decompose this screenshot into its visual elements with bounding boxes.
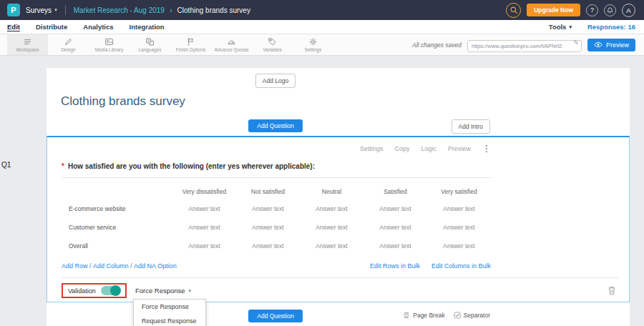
answer-text-cell[interactable]: Answer text xyxy=(300,237,364,255)
link-edit-columns-in-bulk[interactable]: Edit Columns in Bulk xyxy=(431,262,491,270)
tab-edit[interactable]: Edit xyxy=(7,23,20,31)
chevron-down-icon: ▾ xyxy=(54,7,57,13)
row-column-links: Add Row / Add Column / Add NA Option xyxy=(62,262,177,270)
toolbar-item-variables[interactable]: Variables xyxy=(252,34,293,55)
avatar[interactable]: A xyxy=(622,4,635,17)
media-library-icon xyxy=(104,37,114,46)
toolbar-item-finish-options[interactable]: Finish Options xyxy=(170,34,211,55)
matrix-row-label: Customer service xyxy=(62,218,172,237)
answer-text-cell[interactable]: Answer text xyxy=(236,237,300,255)
answer-text-cell[interactable]: Answer text xyxy=(236,218,300,237)
answer-text-cell[interactable]: Answer text xyxy=(172,218,236,237)
validation-toggle[interactable] xyxy=(101,286,120,295)
matrix-row-label: Overall xyxy=(62,237,172,255)
link-add-row[interactable]: Add Row xyxy=(62,262,88,270)
add-question-button-bottom[interactable]: Add Question xyxy=(248,310,303,322)
question-action-logic[interactable]: Logic xyxy=(421,145,436,152)
toolbar-item-label: Variables xyxy=(263,47,282,52)
page-break-icon xyxy=(403,312,410,319)
avatar-letter: A xyxy=(626,6,630,14)
link-edit-rows-in-bulk[interactable]: Edit Rows in Bulk xyxy=(370,262,420,270)
search-icon[interactable] xyxy=(506,3,521,18)
more-options-icon[interactable]: ⋮ xyxy=(482,144,491,153)
answer-text-cell[interactable]: Answer text xyxy=(364,218,427,237)
tab-integration[interactable]: Integration xyxy=(130,23,165,31)
survey-header: Add Logo Clothing brands survey Add Ques… xyxy=(47,68,630,136)
design-icon xyxy=(64,37,73,46)
tab-distribute[interactable]: Distribute xyxy=(36,23,67,31)
delete-question-icon[interactable] xyxy=(608,286,616,295)
matrix-row-label: E-commerce website xyxy=(62,199,172,218)
topbar-left: P Surveys ▾ Market Research - Aug 2019 ›… xyxy=(7,4,250,16)
eye-icon xyxy=(594,41,602,48)
toolbar-item-advance-quotas[interactable]: Advance Quotas xyxy=(211,34,252,55)
answer-text-cell[interactable]: Answer text xyxy=(364,199,427,218)
separator-option[interactable]: Separator xyxy=(454,312,490,319)
help-button[interactable]: ? xyxy=(586,4,598,16)
dropdown-option-request-response[interactable]: Request Response xyxy=(134,314,205,326)
responses-count[interactable]: Responses: 16 xyxy=(587,23,635,31)
answer-text-cell[interactable]: Answer text xyxy=(172,199,236,218)
upgrade-now-button[interactable]: Upgrade Now xyxy=(527,4,580,16)
variables-icon xyxy=(268,37,277,46)
tools-menu[interactable]: Tools ▾ xyxy=(549,23,572,31)
page-break-option[interactable]: Page Break xyxy=(403,312,444,319)
survey-url-input[interactable] xyxy=(467,40,582,52)
answer-text-cell[interactable]: Answer text xyxy=(172,237,236,255)
answer-text-cell[interactable]: Answer text xyxy=(364,237,427,255)
notifications-bell-icon[interactable] xyxy=(604,4,616,16)
matrix-column-header: Very dissatisfied xyxy=(172,184,236,199)
breadcrumb-folder[interactable]: Market Research - Aug 2019 xyxy=(74,6,165,14)
question-action-preview[interactable]: Preview xyxy=(448,145,471,152)
link-add-na-option[interactable]: Add NA Option xyxy=(134,262,177,270)
required-asterisk: * xyxy=(62,162,64,170)
question-actions-menu: SettingsCopyLogicPreview⋮ xyxy=(62,144,491,153)
question-action-copy[interactable]: Copy xyxy=(394,145,409,152)
answer-text-cell[interactable]: Answer text xyxy=(300,218,364,237)
force-response-dropdown[interactable]: Force Response ▾ xyxy=(135,287,191,295)
edit-toolbar: WorkspaceDesignMedia LibraryALanguagesFi… xyxy=(0,34,644,56)
question-text[interactable]: How satisfied are you with the following… xyxy=(68,162,315,170)
tools-label: Tools xyxy=(549,23,567,31)
answer-text-cell[interactable]: Answer text xyxy=(427,218,491,237)
tab-analytics[interactable]: Analytics xyxy=(83,23,113,31)
finish-options-icon xyxy=(186,37,195,46)
preview-button[interactable]: Preview xyxy=(587,39,635,51)
question-block: SettingsCopyLogicPreview⋮ * How satisfie… xyxy=(47,136,630,302)
breadcrumb-separator-icon: › xyxy=(170,6,172,14)
answer-text-cell[interactable]: Answer text xyxy=(236,199,300,218)
toolbar-item-label: Languages xyxy=(138,47,161,52)
add-logo-button[interactable]: Add Logo xyxy=(255,74,296,88)
topbar-divider xyxy=(65,5,66,15)
link-add-column[interactable]: Add Column xyxy=(93,262,129,270)
breadcrumb: Market Research - Aug 2019 › Clothing br… xyxy=(74,6,250,14)
toolbar-item-design[interactable]: Design xyxy=(48,34,89,55)
surveys-menu[interactable]: Surveys ▾ xyxy=(26,6,57,14)
toolbar-item-workspace[interactable]: Workspace xyxy=(7,34,48,55)
answer-text-cell[interactable]: Answer text xyxy=(427,199,491,218)
answer-text-cell[interactable]: Answer text xyxy=(300,199,364,218)
toolbar-item-media-library[interactable]: Media Library xyxy=(89,34,130,55)
toolbar-item-label: Settings xyxy=(305,47,322,52)
separator-label: Separator xyxy=(464,312,490,319)
toolbar-item-languages[interactable]: ALanguages xyxy=(130,34,170,55)
add-question-button[interactable]: Add Question xyxy=(248,119,303,132)
add-intro-button[interactable]: Add Intro xyxy=(452,119,491,134)
survey-title[interactable]: Clothing brands survey xyxy=(61,94,490,109)
validation-label: Validation xyxy=(68,287,96,295)
link-separator: / xyxy=(129,262,135,270)
advance-quotas-icon xyxy=(227,37,236,46)
top-bar: P Surveys ▾ Market Research - Aug 2019 ›… xyxy=(0,0,644,20)
answer-text-cell[interactable]: Answer text xyxy=(427,237,491,255)
toolbar-item-settings[interactable]: Settings xyxy=(293,34,333,55)
chevron-down-icon: ▾ xyxy=(189,288,192,294)
chevron-down-icon: ▾ xyxy=(569,24,572,30)
edit-url-pencil-icon[interactable]: ✎ xyxy=(573,40,579,46)
dropdown-option-force-response[interactable]: Force Response xyxy=(134,300,205,314)
page-break-label: Page Break xyxy=(413,312,444,319)
preview-button-label: Preview xyxy=(606,41,629,49)
settings-icon xyxy=(308,37,318,46)
question-action-settings[interactable]: Settings xyxy=(360,145,384,152)
questionpro-logo[interactable]: P xyxy=(7,4,20,16)
survey-url-wrap: ✎ xyxy=(467,38,582,52)
